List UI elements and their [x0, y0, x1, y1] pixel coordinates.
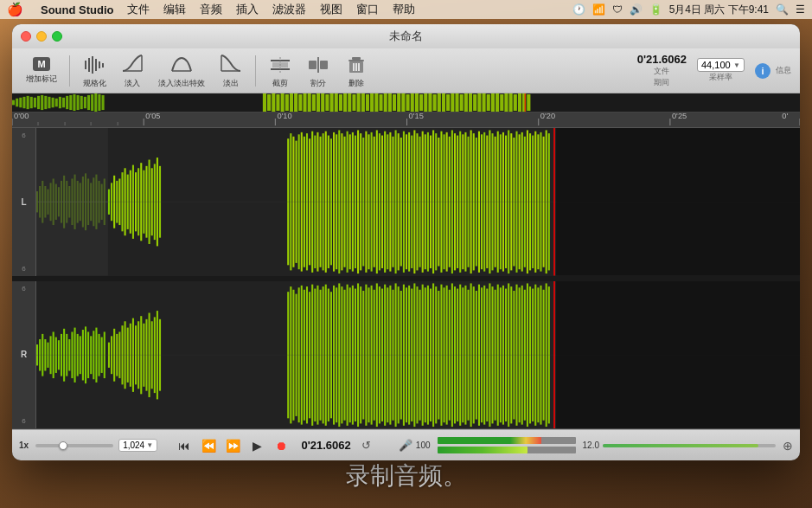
delete-button[interactable]: 删除 [339, 51, 374, 91]
vol-num: 100 [416, 440, 431, 450]
right-waveform-area[interactable] [36, 281, 800, 429]
svg-rect-60 [303, 93, 306, 112]
svg-rect-68 [339, 94, 342, 111]
svg-rect-94 [455, 93, 458, 112]
minimize-button[interactable] [36, 31, 47, 42]
close-button[interactable] [21, 31, 31, 42]
normalize-icon [82, 53, 106, 77]
app-name[interactable]: Sound Studio [41, 3, 113, 16]
level-meter-right [438, 447, 576, 453]
split-label: 割分 [310, 78, 326, 89]
subtitle: 录制音频。 [346, 460, 467, 492]
forward-button[interactable]: ⏩ [223, 436, 242, 455]
svg-rect-48 [94, 93, 97, 112]
toolbar-separator-2 [255, 55, 256, 87]
traffic-lights [21, 31, 62, 42]
maximize-button[interactable] [52, 31, 62, 42]
svg-rect-49 [98, 94, 100, 111]
svg-rect-44 [80, 96, 83, 109]
svg-rect-28 [22, 97, 25, 108]
normalize-button[interactable]: 规格化 [77, 51, 112, 91]
refresh-button[interactable]: ↺ [361, 439, 371, 452]
svg-rect-65 [325, 94, 329, 111]
svg-rect-35 [48, 97, 50, 108]
waveform-container[interactable]: 6 L 6 [12, 128, 800, 429]
menu-edit[interactable]: 编辑 [163, 2, 186, 17]
fade-in-button[interactable]: 淡入 [115, 51, 150, 91]
svg-rect-5 [102, 63, 104, 68]
right-channel-row: 6 R 6 [12, 281, 800, 430]
split-button[interactable]: 割分 [301, 51, 336, 91]
svg-rect-38 [59, 97, 61, 108]
menu-audio[interactable]: 音频 [200, 2, 222, 17]
info-button[interactable]: i [755, 63, 770, 79]
svg-rect-55 [281, 93, 285, 112]
svg-rect-37 [55, 99, 58, 107]
zoom-value-box[interactable]: 1,024 ▼ [118, 439, 157, 452]
clock-icon: 🕐 [572, 3, 585, 16]
zoom-thumb[interactable] [59, 441, 67, 450]
fade-in-out-icon [169, 53, 194, 77]
title-bar: 未命名 [12, 24, 800, 48]
menu-help[interactable]: 帮助 [393, 2, 415, 17]
svg-rect-429 [556, 281, 800, 429]
left-top-scale: 6 [22, 132, 25, 139]
menu-window[interactable]: 窗口 [356, 2, 379, 17]
trim-button[interactable]: 截剪 [263, 51, 297, 91]
fade-out-button[interactable]: 淡出 [214, 51, 248, 91]
search-icon[interactable]: 🔍 [776, 3, 789, 16]
svg-rect-99 [477, 93, 481, 112]
svg-rect-82 [401, 93, 405, 112]
svg-rect-0 [85, 61, 86, 69]
period-label: 期间 [654, 77, 669, 88]
svg-rect-63 [316, 93, 320, 112]
menubar: 🍎 Sound Studio 文件 编辑 音频 插入 滤波器 视图 窗口 帮助 … [0, 0, 812, 19]
fade-in-out-button[interactable]: 淡入淡出特效 [153, 51, 210, 91]
svg-rect-36 [52, 98, 54, 107]
svg-rect-93 [451, 93, 454, 112]
zoom-dropdown-arrow: ▼ [146, 441, 153, 449]
master-vol-fill [603, 444, 758, 447]
volume-icon: 🔊 [630, 3, 643, 16]
toolbar-separator-1 [69, 55, 70, 87]
menu-extra-icon[interactable]: ☰ [796, 3, 805, 16]
svg-rect-16 [320, 61, 328, 69]
svg-rect-40 [66, 96, 68, 109]
add-marker-button[interactable]: M 增加标记 [21, 55, 62, 87]
left-bot-scale: 6 [22, 265, 25, 273]
svg-rect-50 [102, 95, 105, 110]
menu-insert[interactable]: 插入 [236, 2, 259, 17]
svg-rect-19 [348, 60, 364, 61]
svg-rect-69 [343, 93, 347, 112]
split-icon [306, 53, 330, 77]
rewind-button[interactable]: ⏮ [175, 436, 194, 455]
svg-rect-53 [272, 93, 275, 112]
record-button[interactable]: ⏺ [272, 436, 291, 455]
right-channel-label-area: 6 R 6 [12, 281, 36, 429]
svg-rect-98 [473, 94, 476, 111]
right-top-scale: 6 [22, 285, 25, 293]
svg-rect-58 [294, 93, 297, 112]
sample-rate-input[interactable]: 44,100 ▼ [697, 58, 745, 72]
svg-rect-108 [518, 93, 521, 112]
menu-view[interactable]: 视图 [320, 2, 342, 17]
svg-rect-30 [30, 97, 33, 108]
master-vol-slider[interactable] [603, 444, 776, 447]
svg-rect-104 [500, 94, 503, 111]
svg-rect-66 [330, 93, 334, 112]
svg-rect-102 [491, 93, 495, 112]
left-waveform-area[interactable]: // This will be replaced by actual SVG r… [36, 128, 800, 276]
play-button[interactable]: ▶ [247, 436, 266, 455]
menu-filter[interactable]: 滤波器 [272, 2, 306, 17]
svg-rect-42 [73, 94, 75, 111]
apple-menu-icon[interactable]: 🍎 [7, 2, 23, 17]
level-meter-left [438, 437, 576, 444]
zoom-slider[interactable] [35, 444, 113, 447]
svg-rect-39 [62, 98, 65, 107]
volume-section: 🎤 100 12.0 ⊕ [399, 437, 793, 453]
expand-button[interactable]: ⊕ [783, 439, 793, 453]
window-title: 未命名 [389, 29, 423, 44]
back-button[interactable]: ⏪ [199, 436, 218, 455]
mic-icon: 🎤 [399, 439, 412, 452]
menu-file[interactable]: 文件 [127, 2, 150, 17]
